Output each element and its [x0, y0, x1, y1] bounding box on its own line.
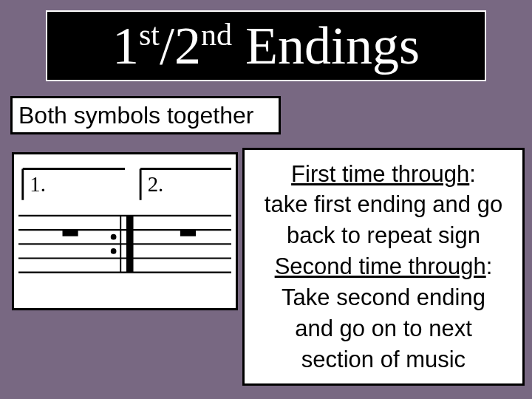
desc-first-heading: First time through — [291, 161, 469, 187]
ending-1-label: 1. — [30, 172, 46, 196]
title-1: 1 — [112, 16, 139, 75]
subtitle-text: Both symbols together — [18, 102, 253, 129]
ending-2-label: 2. — [148, 172, 164, 196]
page-title: 1st/2nd Endings — [112, 19, 420, 72]
description-box: First time through: take first ending an… — [242, 148, 525, 386]
title-endings: Endings — [232, 16, 420, 75]
desc-line: take first ending and go — [265, 189, 502, 220]
desc-line: Second time through: — [275, 251, 493, 282]
title-banner: 1st/2nd Endings — [46, 10, 486, 81]
desc-line: back to repeat sign — [287, 220, 480, 251]
title-slash: / — [160, 16, 174, 75]
whole-rest-icon — [63, 230, 78, 236]
desc-line: Take second ending — [282, 282, 485, 313]
desc-line: section of music — [301, 344, 466, 375]
svg-point-11 — [111, 234, 117, 240]
title-2: 2 — [174, 16, 201, 75]
whole-rest-icon — [180, 230, 196, 236]
desc-line: First time through: — [291, 159, 476, 190]
desc-second-heading: Second time through — [275, 253, 486, 279]
title-st: st — [139, 18, 160, 52]
svg-rect-10 — [126, 216, 134, 273]
music-notation-diagram: 1. 2. — [12, 152, 238, 310]
desc-line: and go on to next — [295, 313, 472, 344]
endings-diagram-icon: 1. 2. — [18, 160, 231, 302]
svg-point-12 — [111, 248, 117, 254]
subtitle-box: Both symbols together — [10, 96, 281, 134]
title-nd: nd — [201, 18, 232, 52]
